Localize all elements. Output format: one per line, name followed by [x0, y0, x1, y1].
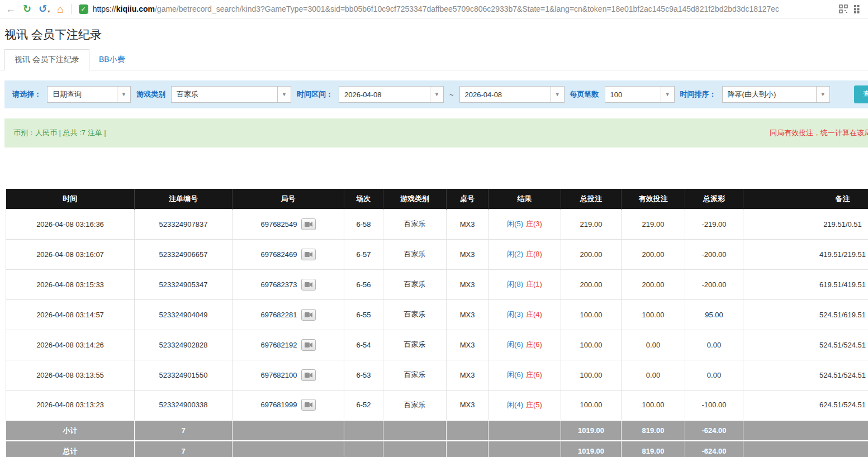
- query-type-value[interactable]: 日期查询: [48, 87, 117, 102]
- cell-total-bet[interactable]: 100.00: [561, 360, 622, 390]
- cell-result: 闲(2)庄(8): [488, 239, 561, 269]
- undo-dropdown-icon[interactable]: ▾: [48, 9, 50, 14]
- date-to-value[interactable]: 2026-04-08: [460, 87, 551, 102]
- cell-total-bet[interactable]: 200.00: [561, 239, 622, 269]
- date-to-picker[interactable]: 2026-04-08 ▼: [459, 86, 565, 103]
- refresh-icon[interactable]: ↻: [23, 4, 31, 14]
- cell-table-no: MX3: [447, 269, 488, 299]
- cell-time: 2026-04-08 03:13:23: [6, 390, 135, 420]
- search-button[interactable]: 查询: [854, 85, 868, 103]
- sort-order-value[interactable]: 降幂(由大到小): [723, 87, 816, 102]
- cell-total-bet[interactable]: 200.00: [561, 269, 622, 299]
- round-id-text: 697682192: [260, 341, 297, 349]
- query-type-select[interactable]: 日期查询 ▼: [47, 86, 131, 103]
- url-text[interactable]: https://kiqiiu.com/game/betrecord_search…: [93, 4, 779, 13]
- cell-valid-bet: 200.00: [622, 239, 685, 269]
- cell-session: 6-55: [344, 299, 383, 330]
- chevron-down-icon[interactable]: ▼: [277, 87, 291, 102]
- result-player: 闲(2): [507, 250, 523, 258]
- back-icon[interactable]: ←: [6, 4, 16, 14]
- video-camera-icon: [305, 342, 312, 348]
- summary-valid-bet: 819.00: [622, 420, 685, 441]
- sort-order-select[interactable]: 降幂(由大到小) ▼: [722, 86, 830, 103]
- chevron-down-icon[interactable]: ▼: [661, 87, 674, 102]
- cell-round-id: 697682281: [233, 299, 344, 330]
- cell-table-no: MX3: [447, 330, 488, 360]
- cell-payout: -100.00: [685, 390, 743, 420]
- summary-cell-empty: [447, 420, 488, 441]
- chevron-down-icon[interactable]: ▼: [117, 87, 130, 102]
- video-replay-button[interactable]: [301, 279, 316, 291]
- apps-grid-icon[interactable]: [853, 4, 862, 13]
- cell-game-type: 百家乐: [383, 299, 447, 330]
- round-id-text: 697682549: [260, 220, 297, 229]
- cell-table-no: MX3: [447, 299, 488, 330]
- chevron-down-icon[interactable]: ▼: [551, 87, 564, 102]
- chevron-down-icon[interactable]: ▼: [816, 87, 829, 102]
- cell-total-bet[interactable]: 100.00: [561, 390, 622, 420]
- cell-round-id: 697682549: [233, 209, 344, 239]
- page-size-label: 每页笔数: [570, 89, 599, 99]
- cell-game-type: 百家乐: [383, 239, 447, 269]
- video-camera-icon: [305, 402, 312, 408]
- security-shield-icon[interactable]: ✓: [79, 4, 88, 14]
- column-header: 结果: [488, 189, 561, 209]
- table-header-row: 时间注单编号局号场次游戏类别桌号结果总投注有效投注总派彩备注: [6, 189, 868, 209]
- video-camera-icon: [305, 221, 312, 227]
- cell-time: 2026-04-08 03:13:55: [6, 360, 135, 390]
- tab-bb-tips[interactable]: BB小费: [89, 50, 135, 70]
- summary-count: 7: [135, 420, 233, 441]
- home-icon[interactable]: ⌂: [57, 4, 63, 15]
- cell-valid-bet: 0.00: [622, 360, 685, 390]
- summary-cell-empty: [743, 441, 868, 457]
- chevron-down-icon[interactable]: ▼: [430, 87, 443, 102]
- column-header: 备注: [743, 189, 868, 209]
- game-type-select[interactable]: 百家乐 ▼: [171, 86, 291, 103]
- cell-total-bet[interactable]: 100.00: [561, 299, 622, 330]
- cell-payout: 95.00: [685, 299, 743, 330]
- cell-result: 闲(6)庄(6): [488, 360, 561, 390]
- tab-bet-records[interactable]: 视讯 会员下注纪录: [4, 49, 89, 70]
- cell-total-bet[interactable]: 100.00: [561, 330, 622, 360]
- page-size-value[interactable]: 100: [605, 87, 661, 102]
- cell-note: 524.51/619.51: [743, 299, 868, 330]
- qr-code-icon[interactable]: [839, 4, 848, 13]
- summary-cell-empty: [743, 420, 868, 441]
- filter-bar: 请选择： 日期查询 ▼ 游戏类别 百家乐 ▼ 时间区间： 2026-04-08 …: [4, 80, 868, 108]
- summary-cell-empty: [447, 441, 488, 457]
- video-replay-button[interactable]: [301, 218, 316, 230]
- table-row: 2026-04-08 03:15:33 523324905347 6976823…: [6, 269, 868, 299]
- cell-total-bet[interactable]: 219.00: [561, 209, 622, 239]
- cell-payout: 0.00: [685, 330, 743, 360]
- date-from-picker[interactable]: 2026-04-08 ▼: [339, 86, 444, 103]
- column-header: 局号: [233, 189, 344, 209]
- page-size-select[interactable]: 100 ▼: [605, 86, 675, 103]
- summary-label: 小计: [6, 420, 135, 441]
- cell-time: 2026-04-08 03:14:57: [6, 299, 135, 330]
- currency-total-text: 币别：人民币 | 总共 :7 注单 |: [4, 128, 106, 138]
- date-range-separator: ~: [449, 91, 454, 99]
- video-replay-button[interactable]: [301, 249, 316, 260]
- video-replay-button[interactable]: [301, 369, 316, 381]
- round-id-text: 697682469: [260, 250, 297, 259]
- video-camera-icon: [305, 372, 312, 378]
- column-header: 桌号: [447, 189, 488, 209]
- cell-bet-id: 523324902828: [135, 330, 233, 360]
- game-type-value[interactable]: 百家乐: [172, 87, 277, 102]
- address-bar[interactable]: ✓ https://kiqiiu.com/game/betrecord_sear…: [79, 4, 862, 14]
- column-header: 场次: [344, 189, 383, 209]
- cell-note: 524.51/524.51: [743, 360, 868, 390]
- summary-valid-bet: 819.00: [622, 441, 685, 457]
- undo-icon[interactable]: ↺▾: [39, 4, 50, 14]
- video-replay-button[interactable]: [301, 399, 316, 411]
- video-replay-button[interactable]: [301, 309, 316, 321]
- cell-session: 6-56: [344, 269, 383, 299]
- date-from-value[interactable]: 2026-04-08: [339, 87, 430, 102]
- result-player: 闲(6): [507, 340, 523, 349]
- cell-table-no: MX3: [447, 239, 488, 269]
- table-row: 2026-04-08 03:14:26 523324902828 6976821…: [6, 330, 868, 360]
- game-type-label: 游戏类别: [136, 89, 165, 99]
- cell-valid-bet: 100.00: [622, 299, 685, 330]
- video-replay-button[interactable]: [301, 339, 316, 351]
- cell-time: 2026-04-08 03:15:33: [6, 269, 135, 299]
